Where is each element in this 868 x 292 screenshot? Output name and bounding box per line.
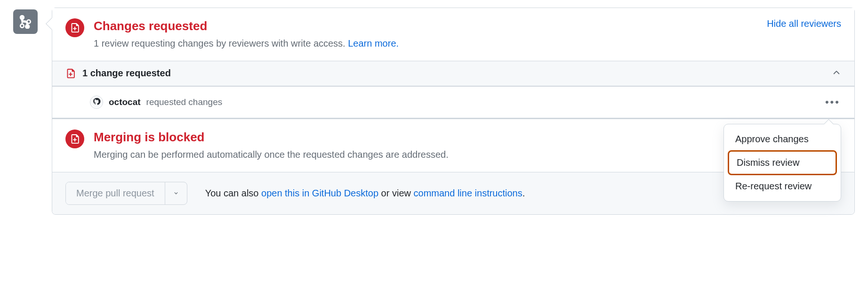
file-diff-icon [65,18,84,37]
re-request-review-item[interactable]: Re-request review [728,175,837,197]
chevron-up-icon[interactable] [832,68,841,79]
merge-button-group: Merge pull request [65,182,187,205]
git-merge-icon [13,9,38,34]
reviewer-action-text: requested changes [146,97,223,107]
file-diff-icon [65,68,76,79]
svg-point-2 [27,20,31,24]
footer-suffix: . [522,188,525,198]
svg-point-0 [20,16,24,19]
reviewer-username[interactable]: octocat [109,97,141,107]
hide-reviewers-link[interactable]: Hide all reviewers [767,18,841,29]
footer-text: You can also open this in GitHub Desktop… [205,188,525,199]
merge-dropdown-caret[interactable] [165,182,187,204]
avatar[interactable] [90,96,103,109]
review-actions-dropdown: Approve changes Dismiss review Re-reques… [723,124,841,202]
command-line-link[interactable]: command line instructions [414,188,522,198]
section-changes-requested: Changes requested 1 review requesting ch… [52,8,854,61]
learn-more-link[interactable]: Learn more. [348,38,399,49]
changes-requested-desc: 1 review requesting changes by reviewers… [94,36,757,50]
footer-mid: or view [378,188,413,198]
approve-changes-item[interactable]: Approve changes [728,128,837,150]
dismiss-review-item[interactable]: Dismiss review [728,150,837,175]
footer-prefix: You can also [205,188,261,198]
svg-point-1 [20,24,24,28]
reviewer-row: octocat requested changes ••• [52,86,854,119]
changes-requested-title: Changes requested [94,18,757,34]
merge-panel: Changes requested 1 review requesting ch… [52,8,855,215]
section-change-summary[interactable]: 1 change requested [52,61,854,86]
file-diff-icon [65,130,84,148]
open-github-desktop-link[interactable]: open this in GitHub Desktop [261,188,378,198]
desc-text: 1 review requesting changes by reviewers… [94,38,348,49]
merge-pull-request-button[interactable]: Merge pull request [66,182,165,204]
kebab-icon[interactable]: ••• [824,94,841,110]
change-count-label: 1 change requested [82,68,171,79]
